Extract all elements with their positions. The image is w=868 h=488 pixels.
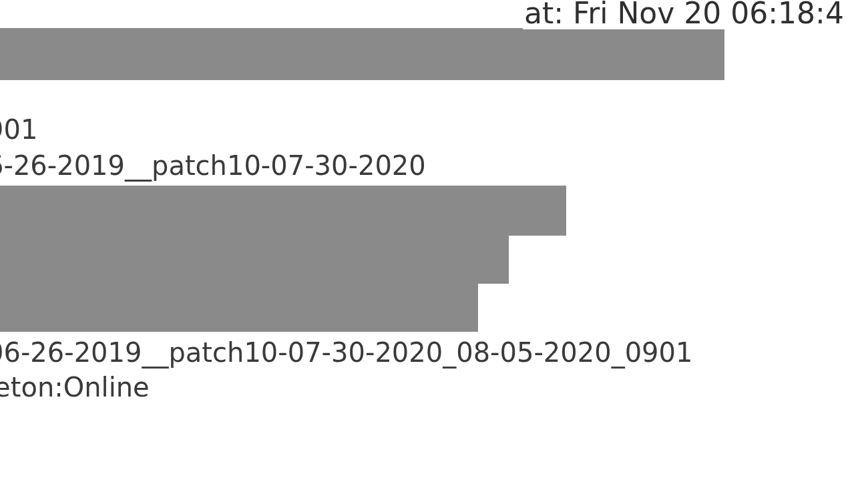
redaction-bar-mid-2 xyxy=(0,236,509,284)
line-status: leton:Online xyxy=(0,374,150,401)
line-patch-2: 06-26-2019__patch10-07-30-2020_08-05-202… xyxy=(0,339,692,366)
timestamp-value: Fri Nov 20 06:18:4 xyxy=(573,0,844,30)
line-patch-1: 6-26-2019__patch10-07-30-2020 xyxy=(0,152,426,179)
timestamp-prefix: at: xyxy=(524,0,573,30)
line-901: 901 xyxy=(0,116,37,143)
redaction-bar-mid-3 xyxy=(0,284,478,332)
redaction-bar-mid-1 xyxy=(0,186,566,236)
timestamp-label: at: Fri Nov 20 06:18:4 xyxy=(523,0,845,29)
redaction-bar-top xyxy=(0,28,724,80)
